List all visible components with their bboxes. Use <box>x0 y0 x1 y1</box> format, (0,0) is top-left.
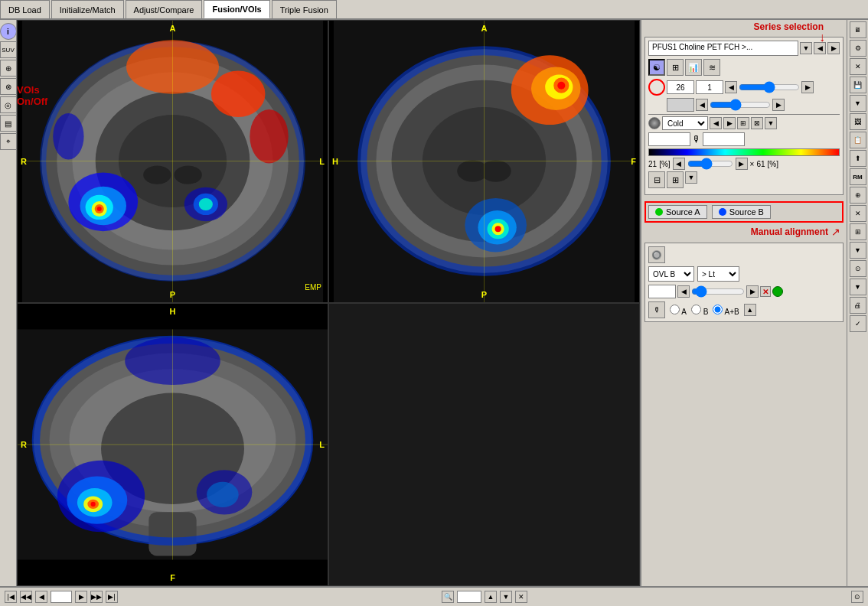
display-mode-3[interactable]: 📊 <box>685 59 702 76</box>
slice-prev-btn[interactable]: ◀ <box>725 81 737 93</box>
tool5-btn[interactable]: ⌖ <box>0 133 17 150</box>
blend-icon-btn[interactable]: 🎙 <box>648 301 665 318</box>
layout-btn2[interactable]: ⊞ <box>667 171 684 188</box>
tool3-btn[interactable]: ◎ <box>0 96 17 113</box>
zoom-down-btn[interactable]: ▼ <box>500 591 512 603</box>
layout-dropdown[interactable]: ▼ <box>685 171 697 184</box>
rtool-3[interactable]: ✕ <box>850 58 866 75</box>
display-mode-4[interactable]: ≋ <box>703 59 720 76</box>
step-prev-btn[interactable]: ◀ <box>677 285 690 298</box>
info-btn[interactable]: i <box>0 23 17 40</box>
direction-select[interactable]: > Lt > Rt > Up > Dn <box>697 266 739 282</box>
source-selection-panel: Source A Source B <box>644 201 844 223</box>
nav-next-btn[interactable]: ▶ <box>75 591 87 603</box>
tab-db-load[interactable]: DB Load <box>0 0 50 18</box>
blend-a-radio[interactable] <box>670 305 680 314</box>
panel-top-left[interactable]: A R L P <box>17 20 328 303</box>
step-clear-btn[interactable]: ✕ <box>760 286 771 297</box>
nav-next-next-btn[interactable]: ▶▶ <box>90 591 103 603</box>
level-input[interactable]: 6.13144 <box>703 132 745 146</box>
display-mode-1[interactable]: ☯ <box>648 59 665 76</box>
tool1-btn[interactable]: ⊕ <box>0 60 17 77</box>
nav-prev-prev-btn[interactable]: ◀◀ <box>20 591 32 603</box>
rtool-5[interactable]: ▼ <box>850 95 866 112</box>
step-next-btn[interactable]: ▶ <box>746 285 759 298</box>
step-slider[interactable] <box>691 286 745 297</box>
rtool-11[interactable]: ⊞ <box>850 223 866 240</box>
rtool-10[interactable]: ✕ <box>850 205 866 222</box>
tab-initialize-match[interactable]: Initialize/Match <box>51 0 124 18</box>
heart-slider[interactable] <box>710 99 771 110</box>
rtool-16[interactable]: ✓ <box>850 315 866 332</box>
colormap-select[interactable]: Cold Hot Rainbow Gray <box>662 116 708 130</box>
panel-bottom-left[interactable]: H R L F <box>17 303 328 586</box>
window-input[interactable]: 1.41752 <box>648 132 690 146</box>
frame-input-panel[interactable]: 1 <box>696 80 723 94</box>
source-b-btn[interactable]: Source B <box>712 205 771 219</box>
tab-triple-fusion[interactable]: Triple Fusion <box>272 0 337 18</box>
colormap-prev-btn[interactable]: ◀ <box>710 117 722 129</box>
series-selection-arrow: ↓ <box>819 31 825 44</box>
percent-sign-1: [%] <box>659 160 670 168</box>
voi-toggle-btn[interactable] <box>648 79 665 96</box>
blend-up-btn[interactable]: ▲ <box>744 304 756 316</box>
rtool-14[interactable]: ▼ <box>850 279 866 295</box>
zoom-input[interactable]: 1.0 <box>457 591 481 603</box>
blend-ab-radio[interactable] <box>713 305 723 314</box>
zoom-up-btn[interactable]: ▲ <box>485 591 497 603</box>
separator-1 <box>648 114 840 115</box>
rtool-8[interactable]: ⬆ <box>850 150 866 167</box>
display-mode-2[interactable]: ⊞ <box>667 59 684 76</box>
rtool-15[interactable]: 🖨 <box>850 297 866 314</box>
tab-adjust-compare[interactable]: Adjust/Compare <box>126 0 203 18</box>
frame-number-input[interactable]: 26 <box>51 591 72 603</box>
colormap-circle[interactable] <box>648 117 661 129</box>
rtool-rm[interactable]: RM <box>850 168 866 185</box>
gray-next-btn[interactable]: ▶ <box>772 99 785 111</box>
slice-next-btn[interactable]: ▶ <box>801 81 814 93</box>
rtool-4[interactable]: 💾 <box>850 77 866 93</box>
step-confirm-btn[interactable] <box>772 286 783 297</box>
panel-top-right[interactable]: A H F P <box>328 20 640 303</box>
layout-btn1[interactable]: ⊟ <box>648 171 665 188</box>
rtool-2[interactable]: ⚙ <box>850 40 866 57</box>
rtool-1[interactable]: 🖥 <box>850 21 866 38</box>
tool4-btn[interactable]: ▤ <box>0 115 17 132</box>
zoom-icon-btn[interactable]: 🔍 <box>442 591 454 603</box>
tab-fusion-vois[interactable]: Fusion/VOIs <box>204 0 269 18</box>
gray-prev-btn[interactable]: ◀ <box>696 99 708 111</box>
series-dropdown[interactable]: PFUS1 Choline PET FCH >... <box>648 41 798 56</box>
series-dropdown-arrow[interactable]: ▼ <box>800 42 812 54</box>
close-btn[interactable]: ✕ <box>515 591 527 603</box>
range-prev-btn[interactable]: ◀ <box>673 158 685 170</box>
colormap-next-btn[interactable]: ▶ <box>723 117 736 129</box>
rtool-12[interactable]: ▼ <box>850 242 866 259</box>
tool2-btn[interactable]: ⊗ <box>0 78 17 95</box>
range-next-btn[interactable]: ▶ <box>736 158 748 170</box>
gray-input[interactable] <box>667 98 694 112</box>
slice-slider[interactable] <box>739 82 800 93</box>
colormap-btn3[interactable]: ▼ <box>765 117 777 129</box>
step-value-input[interactable]: 1.0 <box>648 285 676 298</box>
slice-input[interactable]: 26 <box>667 80 694 94</box>
rtool-7[interactable]: 📋 <box>850 132 866 148</box>
colormap-btn2[interactable]: ⊠ <box>751 117 763 129</box>
panel-bottom-right[interactable] <box>328 303 640 586</box>
suv-btn[interactable]: SUV <box>0 41 17 58</box>
ovl-select[interactable]: OVL B OVL A <box>648 266 694 282</box>
source-b-label: Source B <box>729 207 764 217</box>
nav-prev-btn[interactable]: ◀ <box>35 591 47 603</box>
bottom-right-btn[interactable]: ⊙ <box>851 591 863 603</box>
range-slider[interactable] <box>687 158 733 169</box>
colorbar <box>648 148 840 156</box>
rtool-9[interactable]: ⊕ <box>850 187 866 204</box>
blend-b-radio[interactable] <box>691 305 701 314</box>
colormap-btn1[interactable]: ⊞ <box>737 117 749 129</box>
align-icon[interactable]: 🔘 <box>648 246 665 263</box>
series-next-btn[interactable]: ▶ <box>827 42 840 54</box>
nav-first-btn[interactable]: |◀ <box>5 591 17 603</box>
rtool-13[interactable]: ⊙ <box>850 260 866 277</box>
source-a-btn[interactable]: Source A <box>648 205 707 219</box>
nav-last-btn[interactable]: ▶| <box>106 591 118 603</box>
rtool-6[interactable]: 🖼 <box>850 113 866 130</box>
